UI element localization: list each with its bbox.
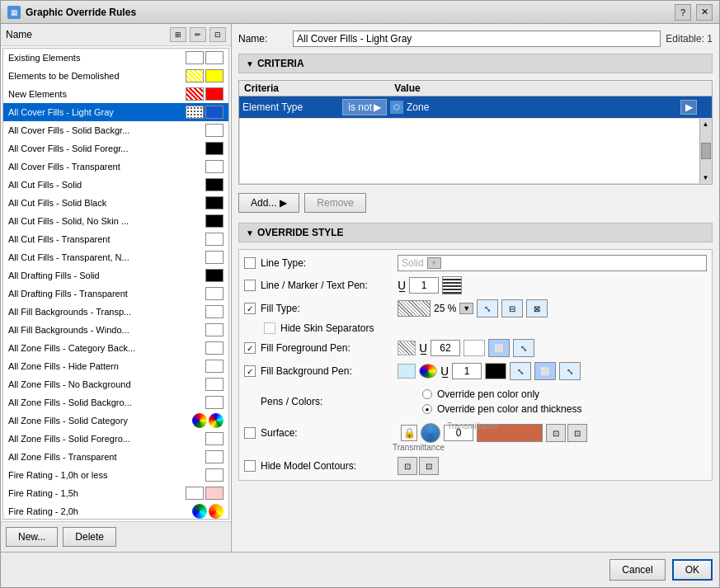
list-item[interactable]: New Elements: [3, 85, 228, 103]
list-item[interactable]: Elements to be Demolished: [3, 67, 228, 85]
list-item[interactable]: All Drafting Fills - Solid: [3, 266, 228, 285]
pens-colors-row: Pens / Colors: Override pen color only O…: [244, 385, 707, 418]
swatch-colorful2: [209, 413, 224, 428]
fill-fg-row: Fill Foreground Pen: U̲ ⬜ ⤡: [244, 339, 707, 357]
list-item[interactable]: All Cut Fills - Solid Black: [3, 194, 228, 212]
swatch2: [205, 87, 224, 101]
list-item[interactable]: All Zone Fills - Solid Backgro...: [3, 393, 228, 412]
hide-model-btn2[interactable]: ⊡: [419, 457, 439, 475]
fill-type-checkbox[interactable]: [244, 303, 256, 314]
help-button[interactable]: ?: [675, 4, 691, 21]
list-item-selected[interactable]: All Cover Fills - Light Gray: [3, 103, 228, 121]
fill-fg-icon-btn3[interactable]: ⊠: [526, 299, 548, 318]
fill-fg-pattern: [398, 341, 416, 355]
list-item[interactable]: All Cut Fills - Solid: [3, 176, 228, 194]
fill-bg-underline-icon: U̲: [440, 365, 449, 378]
line-pen-pattern-btn[interactable]: [442, 276, 462, 294]
col-icon-3[interactable]: ⊡: [209, 27, 226, 42]
line-type-combo[interactable]: Solid ▼: [398, 255, 707, 271]
list-item[interactable]: All Zone Fills - No Background: [3, 375, 228, 393]
new-button[interactable]: New...: [6, 527, 58, 547]
line-pen-input[interactable]: [409, 277, 439, 294]
scroll-down-icon[interactable]: ▼: [700, 174, 711, 181]
list-item[interactable]: All Cut Fills - Transparent: [3, 230, 228, 248]
fill-type-row: Fill Type: 25 % ▼ ⤡ ⊟ ⊠: [244, 299, 707, 318]
name-input[interactable]: [293, 31, 661, 47]
ok-button[interactable]: OK: [672, 559, 713, 581]
fill-bg-pen-input[interactable]: [452, 363, 482, 379]
fill-type-arrow[interactable]: ▼: [459, 303, 473, 314]
list-item[interactable]: All Fill Backgrounds - Windo...: [3, 321, 228, 339]
fill-bg-checkbox[interactable]: [244, 365, 256, 377]
list-item[interactable]: Fire Rating - 1,0h or less: [3, 466, 228, 484]
rules-list[interactable]: Existing Elements Elements to be Demolis…: [2, 48, 229, 520]
fill-bg-black-swatch: [485, 363, 506, 379]
hide-model-checkbox[interactable]: [244, 460, 256, 472]
col-icon-2[interactable]: ✏: [190, 27, 206, 42]
surface-checkbox[interactable]: [244, 427, 256, 439]
graphic-override-rules-dialog: ▦ Graphic Override Rules ? ✕ Name ⊞ ✏ ⊡ …: [0, 0, 720, 588]
criteria-data-row[interactable]: Element Type is not ▶ ⬡ Zone ▶: [239, 96, 712, 118]
line-type-arrow-icon[interactable]: ▼: [427, 257, 441, 269]
list-item[interactable]: All Cover Fills - Solid Foregr...: [3, 139, 228, 158]
radio-pen-thickness-label: Override pen color and thickness: [437, 403, 581, 415]
hide-separators-checkbox[interactable]: [264, 322, 275, 334]
surface-btn2[interactable]: ⊡: [567, 424, 587, 442]
fill-bg-icon2[interactable]: ⬜: [534, 362, 556, 380]
list-item[interactable]: All Zone Fills - Transparent: [3, 448, 228, 466]
surface-btn1[interactable]: ⊡: [546, 424, 566, 442]
list-item[interactable]: All Zone Fills - Solid Category: [3, 412, 228, 430]
swatch1: [205, 468, 224, 482]
add-button[interactable]: Add... ▶: [238, 193, 299, 213]
fill-fg-pen-input[interactable]: [431, 340, 460, 356]
list-item[interactable]: Fire Rating - 2,0h: [3, 502, 228, 520]
remove-button[interactable]: Remove: [304, 193, 366, 213]
swatch1: [205, 432, 224, 445]
line-marker-checkbox[interactable]: [244, 280, 256, 291]
radio-pen-color-only[interactable]: [422, 389, 432, 399]
criteria-scrollbar[interactable]: ▲ ▼: [699, 119, 711, 183]
list-item[interactable]: Fire Rating - 1,5h: [3, 484, 228, 502]
list-item[interactable]: All Zone Fills - Hide Pattern: [3, 357, 228, 375]
radio-pen-color-thickness[interactable]: [422, 404, 432, 414]
fill-bg-icon3[interactable]: ⤡: [559, 362, 581, 380]
override-arrow-icon: ▼: [246, 228, 254, 238]
delete-button[interactable]: Delete: [63, 527, 116, 547]
name-label: Name:: [238, 33, 288, 45]
swatch1: [205, 269, 224, 282]
criteria-section-header[interactable]: ▼ CRITERIA: [238, 54, 713, 73]
criteria-value-arrow[interactable]: ▶: [680, 100, 697, 115]
override-section-header[interactable]: ▼ OVERRIDE STYLE: [238, 223, 713, 242]
fill-fg-checkbox[interactable]: [244, 342, 256, 354]
list-item[interactable]: All Cut Fills - Transparent, N...: [3, 248, 228, 266]
surface-label: Surface:: [261, 427, 393, 439]
main-content: Name ⊞ ✏ ⊡ Existing Elements Elements to…: [1, 24, 719, 552]
cancel-button[interactable]: Cancel: [609, 559, 665, 581]
list-item[interactable]: All Zone Fills - Solid Foregro...: [3, 430, 228, 448]
scroll-spacer: [695, 82, 707, 94]
swatch1: [205, 160, 224, 173]
hide-model-btn1[interactable]: ⊡: [398, 457, 417, 475]
list-item[interactable]: All Fill Backgrounds - Transp...: [3, 303, 228, 321]
fill-fg-icon2[interactable]: ⤡: [513, 339, 534, 357]
fill-fg-icon-btn1[interactable]: ⤡: [477, 299, 498, 318]
add-remove-row: Add... ▶ Remove: [238, 190, 713, 216]
list-item[interactable]: Existing Elements: [3, 49, 228, 67]
list-item[interactable]: All Cover Fills - Solid Backgr...: [3, 121, 228, 139]
criteria-operator[interactable]: is not ▶: [342, 99, 387, 115]
transmittance-label-text: Transmittance: [393, 443, 445, 452]
swatch1: [205, 214, 224, 228]
fill-fg-icon-btn2[interactable]: ⊟: [501, 299, 523, 318]
swatch1: [205, 323, 224, 336]
list-item[interactable]: All Drafting Fills - Transparent: [3, 285, 228, 303]
col-icon-1[interactable]: ⊞: [170, 27, 186, 42]
list-item[interactable]: All Cover Fills - Transparent: [3, 158, 228, 176]
hide-separators-label: Hide Skin Separators: [280, 322, 374, 334]
scroll-up-icon[interactable]: ▲: [700, 120, 711, 128]
line-type-checkbox[interactable]: [244, 257, 256, 269]
list-item[interactable]: All Cut Fills - Solid, No Skin ...: [3, 212, 228, 230]
list-item[interactable]: All Zone Fills - Category Back...: [3, 339, 228, 357]
fill-fg-active-btn[interactable]: ⬜: [488, 339, 510, 357]
close-button[interactable]: ✕: [696, 4, 713, 21]
fill-bg-icon1[interactable]: ⤡: [510, 362, 531, 380]
